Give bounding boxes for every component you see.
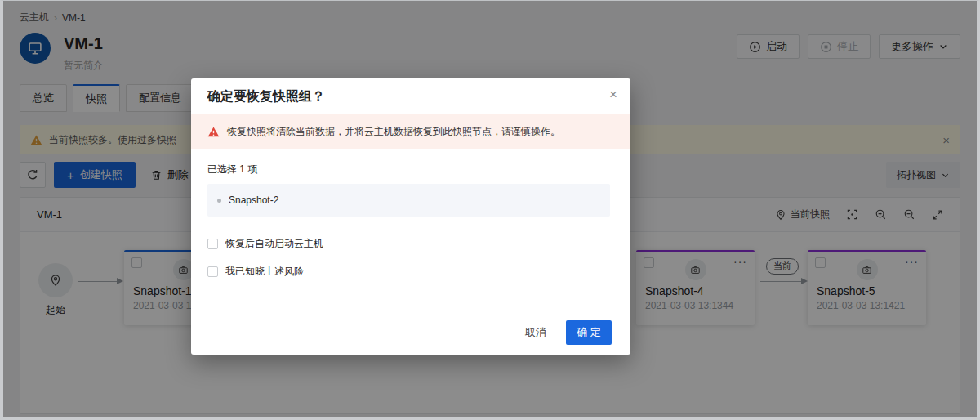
modal-footer: 取消 确 定 bbox=[191, 320, 630, 355]
risk-checkbox-label: 我已知晓上述风险 bbox=[225, 265, 304, 279]
app-screen: 云主机 › VM-1 VM-1 暂无简介 bbox=[0, 0, 980, 420]
risk-checkbox[interactable] bbox=[207, 266, 218, 277]
alert-text: 恢复快照将清除当前数据，并将云主机数据恢复到此快照节点，请谨慎操作。 bbox=[227, 125, 560, 139]
modal-close-icon[interactable]: × bbox=[609, 87, 617, 101]
modal-danger-alert: 恢复快照将清除当前数据，并将云主机数据恢复到此快照节点，请谨慎操作。 bbox=[191, 114, 630, 149]
autostart-checkbox-row[interactable]: 恢复后自动启动云主机 bbox=[207, 237, 610, 251]
selected-snapshot-name: Snapshot-2 bbox=[229, 194, 278, 206]
bullet-dot bbox=[217, 199, 221, 203]
selected-count-label: 已选择 1 项 bbox=[207, 163, 610, 176]
risk-checkbox-row[interactable]: 我已知晓上述风险 bbox=[207, 265, 610, 279]
modal-title: 确定要恢复快照组？ bbox=[207, 88, 325, 105]
autostart-checkbox-label: 恢复后自动启动云主机 bbox=[225, 237, 323, 251]
confirm-button[interactable]: 确 定 bbox=[566, 320, 612, 345]
modal-body: 已选择 1 项 Snapshot-2 恢复后自动启动云主机 我已知晓上述风险 bbox=[191, 149, 630, 279]
cancel-button[interactable]: 取消 bbox=[522, 320, 550, 345]
modal-header: 确定要恢复快照组？ × bbox=[191, 78, 630, 114]
restore-snapshot-modal: 确定要恢复快照组？ × 恢复快照将清除当前数据，并将云主机数据恢复到此快照节点，… bbox=[191, 78, 630, 355]
alert-triangle-icon bbox=[207, 126, 220, 138]
selected-snapshot-row: Snapshot-2 bbox=[207, 184, 610, 217]
autostart-checkbox[interactable] bbox=[207, 239, 218, 249]
